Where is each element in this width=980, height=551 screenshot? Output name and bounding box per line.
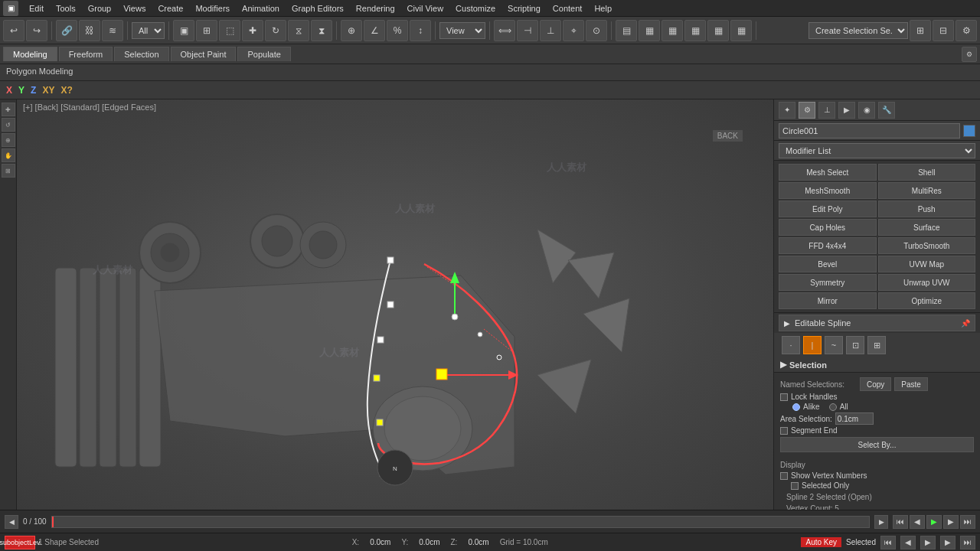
right-panel-scroll[interactable]: ▶ Selection Named Selections: Copy Paste… <box>774 357 980 510</box>
mod-mesh-select[interactable]: Mesh Select <box>779 164 877 181</box>
alike-radio[interactable] <box>792 403 800 411</box>
utilities-btn[interactable]: 🔧 <box>878 102 895 119</box>
nav-sphere[interactable]: N <box>376 448 414 487</box>
selected-only-checkbox[interactable] <box>791 482 799 490</box>
scale-btn[interactable]: ⧖ <box>288 20 309 41</box>
hierarchy-btn[interactable]: ⊥ <box>818 102 835 119</box>
manip-mode-btn[interactable]: ⊞ <box>910 20 931 41</box>
layer-btn[interactable]: ▤ <box>616 20 637 41</box>
subobj-patch[interactable]: ⊡ <box>846 336 864 354</box>
paste-btn[interactable]: Paste <box>894 377 928 391</box>
bones-btn[interactable]: ≋ <box>102 20 123 41</box>
menu-modifiers[interactable]: Modifiers <box>189 2 236 15</box>
auto-key-btn[interactable]: Auto Key <box>801 537 841 547</box>
menu-edit[interactable]: Edit <box>23 2 50 15</box>
mod-cap-holes[interactable]: Cap Holes <box>779 219 877 236</box>
material-btn[interactable]: ▦ <box>707 20 729 41</box>
align-btn[interactable]: ⊣ <box>517 20 538 41</box>
left-maxvp-btn[interactable]: ⊞ <box>2 164 15 178</box>
menu-graph-editors[interactable]: Graph Editors <box>286 2 350 15</box>
go-end-btn[interactable]: ⏭ <box>960 515 975 529</box>
timeline-track[interactable] <box>51 516 870 528</box>
render-setup-btn[interactable]: ▦ <box>730 20 752 41</box>
left-orbit-btn[interactable]: ↺ <box>2 118 15 132</box>
axis-z-btn[interactable]: Z <box>31 85 36 96</box>
mod-uvw-map[interactable]: UVW Map <box>878 256 976 272</box>
rotate-btn[interactable]: ↻ <box>265 20 286 41</box>
status-next-btn[interactable]: ▶ <box>940 536 956 549</box>
redo-btn[interactable]: ↪ <box>26 20 47 41</box>
mod-meshsmooth[interactable]: MeshSmooth <box>779 182 877 199</box>
status-prev-btn[interactable]: ◀ <box>900 536 916 549</box>
pct-snap-btn[interactable]: % <box>387 20 408 41</box>
menu-create[interactable]: Create <box>152 2 189 15</box>
mod-unwrap-uvw[interactable]: Unwrap UVW <box>878 274 976 291</box>
object-name-input[interactable] <box>779 123 960 139</box>
unlink-btn[interactable]: ⛓ <box>79 20 100 41</box>
axis-x-btn[interactable]: X <box>6 85 12 96</box>
isolate-btn[interactable]: ⊙ <box>586 20 607 41</box>
status-go-start-btn[interactable]: ⏮ <box>880 536 896 549</box>
spinner-snap-btn[interactable]: ↕ <box>410 20 431 41</box>
mod-shell[interactable]: Shell <box>878 164 976 181</box>
place-hi-btn[interactable]: ⌖ <box>563 20 584 41</box>
lock-handles-checkbox[interactable] <box>780 393 788 401</box>
editable-spline-rollout[interactable]: ▶ Editable Spline 📌 <box>779 315 975 331</box>
subobj-level-indicator[interactable]: subobjectLev <box>5 536 35 549</box>
mod-surface[interactable]: Surface <box>878 219 976 236</box>
view-dropdown[interactable]: View <box>439 22 485 39</box>
link-btn[interactable]: 🔗 <box>56 20 77 41</box>
play-btn[interactable]: ▶ <box>926 515 942 529</box>
left-zoom-btn[interactable]: ⊕ <box>2 133 15 147</box>
menu-scripting[interactable]: Scripting <box>501 2 547 15</box>
axis-y-btn[interactable]: Y <box>18 85 24 96</box>
viewport[interactable]: [+] [Back] [Standard] [Edged Faces] BACK… <box>17 99 773 510</box>
menu-animation[interactable]: Animation <box>236 2 286 15</box>
create-panel-btn[interactable]: ✦ <box>779 102 795 119</box>
area-sel-input[interactable] <box>835 412 874 425</box>
status-play-btn[interactable]: ▶ <box>920 536 936 549</box>
display-btn[interactable]: ◉ <box>858 102 875 119</box>
copy-btn[interactable]: Copy <box>860 377 891 391</box>
subobj-vertex[interactable]: · <box>782 336 800 354</box>
modify-panel-btn[interactable]: ⚙ <box>799 102 815 119</box>
mod-push[interactable]: Push <box>878 201 976 217</box>
subobj-element[interactable]: ⊞ <box>867 336 886 354</box>
all-radio[interactable] <box>829 403 837 411</box>
tab-modeling[interactable]: Modeling <box>3 47 57 61</box>
create-sel-dropdown[interactable]: Create Selection Se... <box>808 22 908 39</box>
tl-left-btn[interactable]: ◀ <box>5 515 18 529</box>
rollout-pin[interactable]: 📌 <box>961 319 970 328</box>
mod-mirror[interactable]: Mirror <box>779 292 877 309</box>
scale2-btn[interactable]: ⧗ <box>311 20 332 41</box>
mod-bevel[interactable]: Bevel <box>779 256 877 272</box>
menu-content[interactable]: Content <box>547 2 589 15</box>
object-color-swatch[interactable] <box>963 125 975 137</box>
tl-right-btn[interactable]: ▶ <box>874 515 888 529</box>
tab-object-paint[interactable]: Object Paint <box>171 47 237 61</box>
show-vertex-numbers-checkbox[interactable] <box>780 472 788 480</box>
mod-multires[interactable]: MultiRes <box>878 182 976 199</box>
normal-align-btn[interactable]: ⊥ <box>540 20 561 41</box>
subobj-spline[interactable]: ~ <box>825 336 843 354</box>
angle-snap-btn[interactable]: ∠ <box>364 20 385 41</box>
modifier-list-dropdown[interactable]: Modifier List <box>779 143 975 158</box>
selection-section-header[interactable]: ▶ Selection <box>774 357 980 373</box>
prev-frame-btn[interactable]: ◀ <box>910 515 925 529</box>
mod-turbosmooth[interactable]: TurboSmooth <box>878 237 976 254</box>
schematic-btn[interactable]: ▦ <box>684 20 706 41</box>
tab-populate[interactable]: Populate <box>237 47 290 61</box>
track-view-btn[interactable]: ▦ <box>662 20 683 41</box>
subobj-segment[interactable]: | <box>803 336 822 354</box>
mirror-btn[interactable]: ⟺ <box>494 20 515 41</box>
menu-rendering[interactable]: Rendering <box>350 2 401 15</box>
scene-states-btn[interactable]: ⊟ <box>933 20 954 41</box>
move-btn[interactable]: ✚ <box>242 20 263 41</box>
go-start-btn[interactable]: ⏮ <box>893 515 908 529</box>
menu-help[interactable]: Help <box>588 2 618 15</box>
mod-symmetry[interactable]: Symmetry <box>779 274 877 291</box>
rect-sel-btn[interactable]: ⬚ <box>219 20 240 41</box>
tab-freeform[interactable]: Freeform <box>59 47 113 61</box>
left-move-btn[interactable]: ✚ <box>2 103 15 116</box>
select-name-btn[interactable]: ⊞ <box>196 20 217 41</box>
